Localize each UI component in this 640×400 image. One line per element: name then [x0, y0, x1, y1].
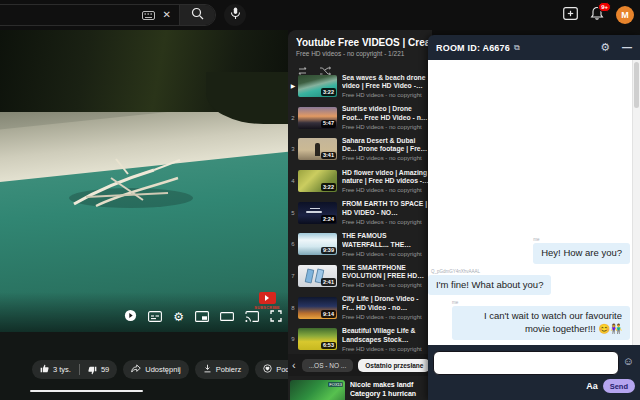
- video-title: THE FAMOUS WATERFALL... THE WORLD | AMAZ…: [342, 232, 430, 249]
- youtube-topbar: ✕ 9+ M: [0, 0, 640, 30]
- filter-chips-bar: ‹ ...OS - NO ... Ostatnio przesłane: [288, 354, 432, 376]
- playlist-subtitle: Free HD videos - no copyright - 1/221: [296, 50, 432, 57]
- chat-scrollbar-thumb[interactable]: [634, 62, 639, 108]
- video-title: FROM EARTH TO SPACE | HD VIDEO - NO COPY…: [342, 200, 430, 217]
- video-thumbnail: 3:41: [298, 138, 337, 160]
- filter-chip[interactable]: ...OS - NO ...: [302, 359, 354, 372]
- row-index: 4: [288, 178, 298, 184]
- share-icon: [131, 364, 141, 375]
- message-list: me Hey! How are you? Q_pGdmGY4nXhvAAAL I…: [428, 232, 630, 340]
- suggested-thumbnail: FOX13: [290, 380, 345, 400]
- playlist-panel: Youtube Free VIDEOS | Creati Free HD vid…: [288, 30, 432, 400]
- video-meta: Free HD videos - no copyright: [342, 251, 430, 257]
- video-title: Sunrise video | Drone Foot... Free HD Vi…: [342, 105, 430, 122]
- filter-chip-selected[interactable]: Ostatnio przesłane: [358, 359, 430, 372]
- row-index: 9: [288, 336, 298, 342]
- download-label: Pobierz: [216, 365, 241, 374]
- voice-search-button[interactable]: [224, 4, 246, 26]
- duration-badge: 2:24: [321, 215, 336, 223]
- video-meta: Free HD videos - no copyright: [342, 92, 430, 98]
- video-thumbnail: 9:14: [298, 297, 337, 319]
- duration-badge: 3:41: [321, 152, 336, 160]
- duration-badge: 2:41: [321, 278, 336, 286]
- keyboard-icon[interactable]: [142, 6, 155, 24]
- chips-back-icon[interactable]: ‹: [292, 360, 296, 371]
- account-avatar[interactable]: M: [616, 6, 634, 24]
- like-icon[interactable]: [40, 364, 49, 375]
- subtitles-icon[interactable]: [148, 308, 162, 326]
- chat-settings-icon[interactable]: ⚙: [600, 42, 610, 53]
- message-bubble: I'm fine! What about you?: [428, 275, 551, 296]
- duration-badge: 9:39: [321, 247, 336, 255]
- dislike-count[interactable]: 59: [101, 365, 109, 374]
- cast-icon[interactable]: [245, 308, 259, 326]
- suggested-video[interactable]: FOX13 Nicole makes landf Category 1 hurr…: [288, 378, 432, 400]
- video-thumbnail: 3:22: [298, 170, 337, 192]
- fullscreen-icon[interactable]: [270, 308, 282, 326]
- emoji-picker-icon[interactable]: ☺: [623, 356, 634, 367]
- now-playing-icon: ▶: [288, 82, 298, 89]
- chat-input-area: ☺ Aa Send: [428, 345, 640, 400]
- chat-message: me Hey! How are you?: [428, 237, 630, 264]
- copy-room-id-icon[interactable]: ⧉: [514, 43, 520, 53]
- playlist-row[interactable]: 8 9:14 City Life | Drone Video - Fr... H…: [288, 292, 432, 324]
- search-input[interactable]: [0, 7, 93, 17]
- below-video-area: 3 tys. 59 Udostępnij Pobierz: [0, 332, 288, 400]
- video-meta: Free HD videos - no copyright: [342, 314, 430, 320]
- message-author: me: [533, 237, 539, 242]
- video-title: Beautiful Village Life & Landscapes Stoc…: [342, 327, 430, 344]
- playlist-row[interactable]: 2 5:47 Sunrise video | Drone Foot... Fre…: [288, 102, 432, 134]
- dislike-icon[interactable]: [88, 364, 97, 375]
- theater-mode-icon[interactable]: [220, 308, 234, 326]
- player-controls: ⚙: [124, 308, 282, 326]
- autoplay-toggle-icon[interactable]: [124, 308, 137, 326]
- playlist-items: ▶ 3:22 Sea waves & beach drone video | F…: [288, 70, 432, 355]
- video-title: Sea waves & beach drone video | Free HD …: [342, 74, 430, 91]
- share-button[interactable]: Udostępnij: [123, 360, 188, 379]
- pill-divider: [79, 364, 80, 375]
- video-meta: Free HD videos - no copyright: [342, 219, 430, 225]
- playlist-row[interactable]: 5 2:24 FROM EARTH TO SPACE | HD VIDEO - …: [288, 197, 432, 229]
- watch-party-chat-panel: ROOM ID: A6676 ⧉ ⚙ — me Hey! How are you…: [428, 35, 640, 400]
- settings-gear-icon[interactable]: ⚙: [173, 311, 184, 323]
- playlist-row[interactable]: 3 3:41 Sahara Desert & Dubai De... Drone…: [288, 133, 432, 165]
- channel-logo: FOX13: [328, 382, 343, 387]
- like-dislike-pill: 3 tys. 59: [32, 360, 117, 379]
- video-frame-driftwood: [56, 148, 206, 222]
- message-bubble: I can't wait to watch our favourite movi…: [452, 306, 630, 340]
- playlist-row[interactable]: 6 9:39 THE FAMOUS WATERFALL... THE WORLD…: [288, 228, 432, 260]
- share-label: Udostępnij: [145, 365, 180, 374]
- send-button[interactable]: Send: [603, 379, 635, 393]
- row-index: 3: [288, 146, 298, 152]
- video-thumbnail: 6:53: [298, 328, 337, 350]
- playlist-row[interactable]: 7 2:41 THE SMARTPHONE EVOLUTION | FREE H…: [288, 260, 432, 292]
- playlist-title[interactable]: Youtube Free VIDEOS | Creati: [296, 37, 432, 48]
- chat-message: Q_pGdmGY4nXhvAAAL I'm fine! What about y…: [428, 269, 630, 296]
- playlist-row[interactable]: ▶ 3:22 Sea waves & beach drone video | F…: [288, 70, 432, 102]
- chat-minimize-icon[interactable]: —: [622, 43, 632, 53]
- video-title: THE SMARTPHONE EVOLUTION | FREE HD VID..…: [342, 264, 430, 281]
- row-index: 2: [288, 115, 298, 121]
- duration-badge: 6:53: [321, 342, 336, 350]
- download-button[interactable]: Pobierz: [195, 360, 249, 379]
- chat-scrollbar[interactable]: [632, 60, 640, 345]
- video-title: City Life | Drone Video - Fr... HD Video…: [342, 295, 430, 312]
- playlist-row[interactable]: 9 6:53 Beautiful Village Life & Landscap…: [288, 324, 432, 356]
- search-button[interactable]: [179, 5, 215, 25]
- clear-search-icon[interactable]: ✕: [163, 10, 171, 20]
- video-player[interactable]: SUBSCRIBE ⚙: [0, 30, 288, 332]
- video-meta: Free HD videos - no copyright: [342, 346, 430, 352]
- playlist-row[interactable]: 4 3:22 HD flower video | Amazing nature …: [288, 165, 432, 197]
- message-input[interactable]: [433, 351, 619, 375]
- row-index: 5: [288, 210, 298, 216]
- download-icon: [203, 364, 212, 375]
- notifications-button[interactable]: 9+: [590, 6, 604, 25]
- font-size-button[interactable]: Aa: [586, 381, 598, 391]
- youtube-logo-icon: [259, 292, 276, 304]
- message-author: me: [452, 300, 458, 305]
- miniplayer-icon[interactable]: [195, 308, 209, 326]
- video-thumbnail: 5:47: [298, 107, 337, 129]
- search-bar[interactable]: ✕: [0, 4, 216, 26]
- like-count[interactable]: 3 tys.: [53, 365, 71, 374]
- create-icon[interactable]: [563, 6, 578, 24]
